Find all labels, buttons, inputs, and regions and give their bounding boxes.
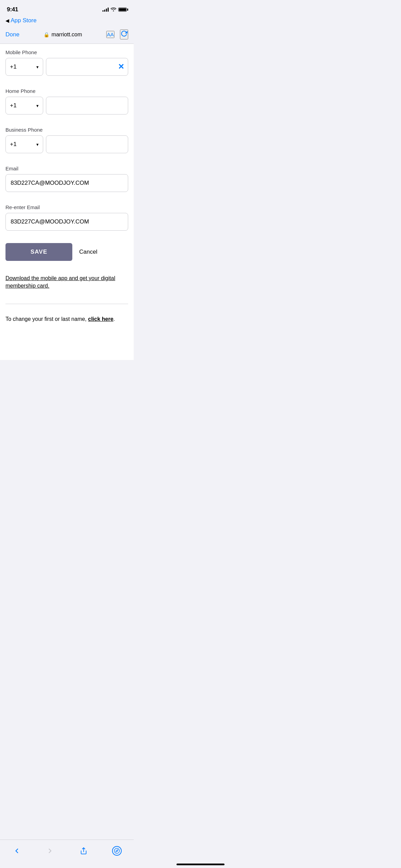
mobile-phone-input-wrapper: ✕ bbox=[46, 58, 128, 76]
save-button[interactable]: SAVE bbox=[5, 243, 72, 261]
home-phone-label: Home Phone bbox=[5, 88, 128, 94]
email-section: Email 83D227CA@MOODJOY.COM bbox=[0, 160, 134, 192]
status-bar: 9:41 bbox=[0, 0, 134, 16]
re-enter-email-value: 83D227CA@MOODJOY.COM bbox=[11, 218, 89, 225]
re-enter-email-section: Re-enter Email 83D227CA@MOODJOY.COM bbox=[0, 199, 134, 231]
change-name-suffix: . bbox=[113, 316, 115, 322]
change-name-prefix: To change your first or last name, bbox=[5, 316, 88, 322]
mobile-phone-input[interactable] bbox=[46, 58, 128, 76]
home-dropdown-chevron-icon: ▾ bbox=[36, 103, 39, 108]
divider bbox=[5, 304, 128, 304]
change-name-section: To change your first or last name, click… bbox=[0, 310, 134, 323]
mobile-phone-clear-button[interactable]: ✕ bbox=[118, 63, 124, 71]
home-phone-input-wrapper bbox=[46, 97, 128, 114]
signal-icon bbox=[102, 8, 109, 12]
text-size-button[interactable]: AA bbox=[106, 31, 114, 38]
status-icons bbox=[102, 7, 127, 12]
business-country-code-value: +1 bbox=[10, 141, 16, 148]
mobile-country-code-select[interactable]: +1 ▾ bbox=[5, 58, 43, 76]
click-here-link[interactable]: click here bbox=[88, 316, 113, 322]
home-phone-row: +1 ▾ bbox=[5, 97, 128, 114]
mobile-country-code-value: +1 bbox=[10, 63, 16, 70]
wifi-icon bbox=[111, 7, 116, 12]
mobile-dropdown-chevron-icon: ▾ bbox=[36, 64, 39, 70]
change-name-text: To change your first or last name, click… bbox=[5, 315, 128, 323]
business-phone-section: Business Phone +1 ▾ bbox=[0, 121, 134, 153]
refresh-button[interactable] bbox=[120, 29, 128, 39]
business-dropdown-chevron-icon: ▾ bbox=[36, 142, 39, 147]
save-cancel-section: SAVE Cancel bbox=[0, 238, 134, 261]
business-phone-input[interactable] bbox=[46, 135, 128, 153]
business-phone-label: Business Phone bbox=[5, 127, 128, 133]
app-store-label: App Store bbox=[11, 17, 37, 24]
business-phone-row: +1 ▾ bbox=[5, 135, 128, 153]
re-enter-email-input[interactable]: 83D227CA@MOODJOY.COM bbox=[5, 213, 128, 231]
home-country-code-value: +1 bbox=[10, 102, 16, 109]
save-cancel-row: SAVE Cancel bbox=[5, 243, 128, 261]
done-button[interactable]: Done bbox=[5, 31, 20, 38]
back-chevron-icon: ◀ bbox=[5, 18, 9, 23]
email-input[interactable]: 83D227CA@MOODJOY.COM bbox=[5, 174, 128, 192]
status-time: 9:41 bbox=[7, 6, 18, 13]
home-phone-input[interactable] bbox=[46, 97, 128, 114]
home-country-code-select[interactable]: +1 ▾ bbox=[5, 97, 43, 114]
re-enter-email-label: Re-enter Email bbox=[5, 204, 128, 210]
app-store-bar: ◀ App Store bbox=[0, 16, 134, 27]
app-store-back-link[interactable]: ◀ App Store bbox=[5, 17, 128, 24]
divider-section bbox=[0, 297, 134, 304]
lock-icon: 🔒 bbox=[44, 32, 49, 37]
email-value: 83D227CA@MOODJOY.COM bbox=[11, 180, 89, 186]
main-content: Mobile Phone +1 ▾ ✕ Home Phone +1 ▾ Bu bbox=[0, 44, 134, 360]
browser-navbar: Done 🔒 marriott.com AA bbox=[0, 27, 134, 44]
url-bar[interactable]: 🔒 marriott.com bbox=[24, 32, 102, 38]
url-text: marriott.com bbox=[51, 32, 82, 38]
cancel-button[interactable]: Cancel bbox=[79, 249, 97, 255]
battery-icon bbox=[118, 8, 127, 12]
home-phone-section: Home Phone +1 ▾ bbox=[0, 83, 134, 114]
business-phone-input-wrapper bbox=[46, 135, 128, 153]
mobile-phone-row: +1 ▾ ✕ bbox=[5, 58, 128, 76]
business-country-code-select[interactable]: +1 ▾ bbox=[5, 135, 43, 153]
download-section: Download the mobile app and get your dig… bbox=[0, 269, 134, 290]
nav-right-icons: AA bbox=[106, 29, 128, 39]
download-app-link[interactable]: Download the mobile app and get your dig… bbox=[5, 275, 128, 290]
mobile-phone-label: Mobile Phone bbox=[5, 49, 128, 55]
email-label: Email bbox=[5, 166, 128, 171]
mobile-phone-section: Mobile Phone +1 ▾ ✕ bbox=[0, 44, 134, 76]
